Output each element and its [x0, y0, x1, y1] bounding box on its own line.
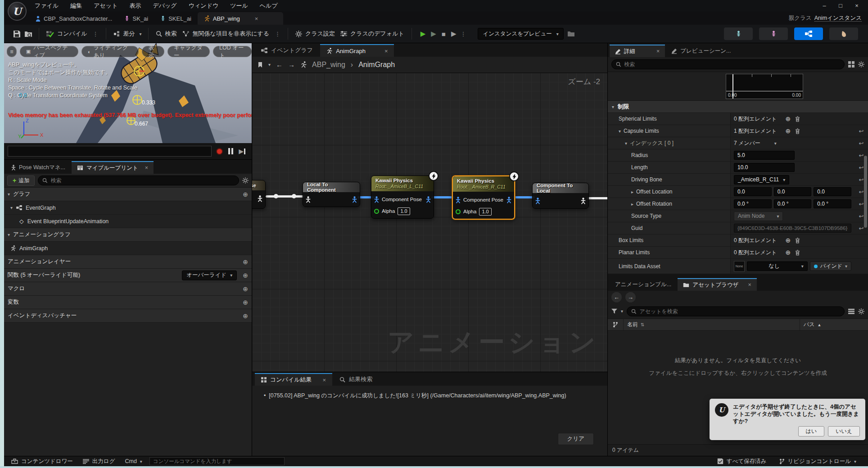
filter-funnel-icon[interactable] — [611, 309, 617, 314]
pose-pin-in-component[interactable] — [535, 198, 540, 204]
alpha-pin[interactable] — [374, 209, 379, 214]
close-tab-icon[interactable]: × — [145, 165, 148, 171]
add-function-icon[interactable]: ⊕ — [243, 272, 248, 279]
add-macro-icon[interactable]: ⊕ — [243, 285, 248, 292]
close-tab-icon[interactable]: × — [656, 48, 660, 54]
save-all-status[interactable]: すべて保存済み — [714, 458, 769, 465]
node-kawaii-physics-right-selected[interactable]: Kawaii Physics Root: _AmiceB_R_C11 Compo… — [452, 176, 515, 220]
close-tab-icon[interactable]: × — [323, 377, 326, 383]
chevron-down-icon[interactable]: ▾ — [774, 141, 777, 146]
asset-search[interactable] — [627, 306, 845, 316]
column-path[interactable]: パス ▲ — [800, 319, 868, 330]
compile-options-kebab[interactable]: ⋮ — [92, 31, 99, 37]
offset-location-y[interactable] — [774, 187, 812, 196]
search-input[interactable] — [624, 61, 840, 68]
list-item-event-update-animation[interactable]: ◇ Event BlueprintUpdateAnimation — [4, 215, 252, 228]
add-element-icon[interactable]: ⊕ — [785, 127, 791, 135]
lod-dropdown[interactable]: LOD オート — [213, 46, 252, 57]
preview-viewport[interactable]: 0.333 0.667 ≡ ▣ パースペクティブ ◐ ライティングあり 表示 キ… — [4, 43, 252, 143]
column-name[interactable]: 名前 ⇅ — [623, 319, 800, 330]
offset-rotation-roll[interactable] — [734, 199, 772, 208]
collapse-icon[interactable]: ▾ — [619, 129, 621, 134]
tab-eventgraph[interactable]: イベントグラフ — [255, 44, 319, 57]
alpha-value[interactable]: 1.0 — [479, 208, 491, 216]
diff-button[interactable]: 差分 — [113, 28, 136, 40]
console-input-box[interactable] — [149, 457, 285, 465]
collapse-icon[interactable]: ▾ — [8, 192, 10, 197]
tab-find-results[interactable]: 結果検索 — [333, 373, 379, 386]
bookmark-caret-icon[interactable]: ▾ — [268, 62, 271, 67]
tab-skel-ai[interactable]: SKEL_ai — [154, 12, 198, 25]
add-layer-icon[interactable]: ⊕ — [243, 258, 248, 266]
curve-editor[interactable]: 0.00 0.00 — [726, 74, 803, 99]
driving-bone-dropdown[interactable]: _AmiceB_R_C11 ▾ — [734, 175, 789, 184]
radius-input[interactable] — [734, 151, 795, 160]
details-search[interactable] — [611, 59, 845, 69]
revision-state-column-icon[interactable] — [608, 322, 623, 328]
add-element-icon[interactable]: ⊕ — [785, 237, 791, 244]
tab-compile-results[interactable]: コンパイル結果 × — [255, 373, 332, 386]
node-component-to-local[interactable]: Component To Local — [532, 183, 589, 209]
bookmark-icon[interactable] — [258, 62, 263, 68]
pose-pin-out-component[interactable] — [506, 197, 511, 203]
hide-unrelated-button[interactable]: 無関係な項目を非表示にする — [181, 28, 271, 40]
section-animation-graphs[interactable]: ▾ アニメーショングラフ — [4, 228, 252, 242]
display-options-icon[interactable] — [848, 61, 854, 68]
expand-icon[interactable]: ▸ — [631, 189, 633, 194]
menu-help[interactable]: ヘルプ — [254, 0, 283, 11]
section-event-dispatchers[interactable]: イベントディスパッチャー ⊕ — [4, 309, 252, 323]
cmd-dropdown[interactable]: Cmd ▾ — [122, 458, 145, 464]
skip-button[interactable]: ▶ — [449, 30, 459, 38]
trash-icon[interactable] — [795, 116, 800, 122]
filter-gear-icon[interactable] — [242, 177, 249, 184]
section-functions[interactable]: 関数 (5 オーバーライド可能) オーバーライド ▾ ⊕ — [4, 269, 252, 282]
expand-icon[interactable]: ▸ — [631, 202, 633, 207]
tab-animgraph[interactable]: AnimGraph × — [320, 44, 394, 57]
pose-pin-out-component[interactable] — [352, 196, 357, 203]
clear-button[interactable]: クリア — [558, 433, 594, 445]
filter-caret-icon[interactable]: ▾ — [621, 309, 623, 314]
search-input[interactable] — [51, 177, 235, 184]
my-blueprint-search[interactable] — [38, 176, 239, 185]
character-dropdown[interactable]: キャラクター — [167, 46, 210, 57]
offset-location-x[interactable] — [734, 187, 772, 196]
tab-sk-ai[interactable]: SK_ai — [118, 12, 154, 25]
pose-pin-in-component[interactable] — [374, 196, 379, 203]
save-icon[interactable] — [13, 30, 21, 38]
tab-cbp-sandboxcharacter[interactable]: CBP_SandboxCharacter... — [29, 12, 118, 25]
details-scrollbar[interactable] — [864, 156, 867, 228]
play-options-kebab[interactable]: ⋮ — [459, 31, 467, 37]
hide-unrelated-kebab[interactable]: ⋮ — [274, 31, 281, 37]
menu-edit[interactable]: 編集 — [65, 0, 87, 11]
viewport-menu-button[interactable]: ≡ — [7, 46, 17, 57]
menu-debug[interactable]: デバッグ — [147, 0, 182, 11]
skeleton-editor-button[interactable] — [724, 27, 753, 40]
restore-assets-toast[interactable]: U エディタが予期せず終了したときに、4個のアセットエディタが開いていました。も… — [710, 399, 865, 440]
show-dropdown[interactable]: 表示 — [142, 46, 164, 57]
clipped-node[interactable]: se — [252, 180, 266, 209]
parent-class-link[interactable]: Animインスタンス — [814, 15, 862, 22]
node-local-to-component[interactable]: Local To Component — [303, 182, 360, 207]
offset-location-z[interactable] — [814, 187, 851, 196]
play-button[interactable]: ▶ — [418, 30, 428, 38]
add-variable-icon[interactable]: ⊕ — [243, 299, 248, 306]
pose-pin-in-component[interactable] — [456, 197, 461, 203]
search-input[interactable] — [640, 308, 840, 315]
output-log-button[interactable]: 出力ログ — [80, 458, 118, 465]
trash-icon[interactable] — [795, 250, 800, 256]
limits-data-asset-dropdown[interactable]: なし ▾ — [747, 261, 808, 271]
preview-instance-dropdown[interactable]: インスタンスをプレビュー ▾ — [478, 28, 563, 40]
breadcrumb-current[interactable]: AnimGraph — [358, 61, 395, 69]
class-defaults-button[interactable]: クラスのデフォルト — [339, 28, 405, 40]
pose-pin-out-component[interactable] — [426, 196, 431, 203]
menu-tools[interactable]: ツール — [225, 0, 253, 11]
add-element-icon[interactable]: ⊕ — [785, 249, 791, 256]
tab-abp-wing[interactable]: ABP_wing × — [198, 12, 283, 25]
diff-caret-icon[interactable]: ▾ — [140, 32, 142, 36]
content-drawer-button[interactable]: コンテンツドロワー — [9, 458, 76, 465]
breadcrumb-root[interactable]: ABP_wing — [312, 61, 345, 69]
timeline-scrubber[interactable] — [8, 146, 212, 157]
close-tab-icon[interactable]: × — [384, 48, 388, 54]
forward-button[interactable]: → — [625, 292, 636, 302]
tab-asset-browser[interactable]: アセットブラウザ × — [678, 278, 757, 291]
